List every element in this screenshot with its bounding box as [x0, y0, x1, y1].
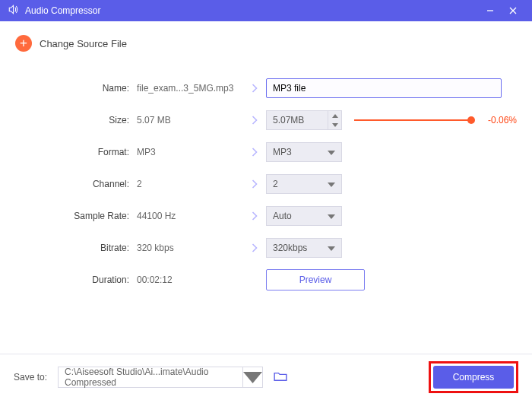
chevron-right-icon [243, 84, 266, 93]
duration-label: Duration: [15, 275, 137, 285]
format-select[interactable]: MP3 [266, 142, 342, 162]
name-value: file_exam...3_5MG.mp3 [137, 83, 243, 94]
row-format: Format: MP3 MP3 [15, 141, 517, 163]
compress-highlight: Compress [429, 361, 518, 393]
row-bitrate: Bitrate: 320 kbps 320kbps [15, 237, 517, 259]
audio-icon [8, 5, 19, 17]
format-value: MP3 [137, 147, 243, 157]
duration-value: 00:02:12 [137, 275, 243, 285]
chevron-down-icon [328, 147, 335, 157]
stepper-up-icon[interactable] [328, 111, 341, 120]
save-path-value: C:\Aiseesoft Studio\Ai...imate\Audio Com… [65, 367, 256, 388]
bitrate-select[interactable]: 320kbps [266, 238, 342, 258]
saveto-label: Save to: [14, 372, 58, 383]
footer: Save to: C:\Aiseesoft Studio\Ai...imate\… [0, 354, 532, 400]
chevron-right-icon [243, 211, 266, 221]
size-slider[interactable] [354, 119, 471, 122]
plus-icon: + [15, 35, 32, 52]
row-duration: Duration: 00:02:12 Preview [15, 269, 517, 290]
preview-button[interactable]: Preview [266, 269, 365, 290]
save-path-select[interactable]: C:\Aiseesoft Studio\Ai...imate\Audio Com… [58, 367, 263, 388]
titlebar: Audio Compressor [0, 0, 532, 21]
change-source-label: Change Source File [40, 38, 127, 49]
size-delta: -0.06% [479, 115, 517, 125]
chevron-right-icon [243, 148, 266, 157]
chevron-down-icon [328, 179, 335, 189]
stepper-down-icon[interactable] [328, 120, 341, 129]
chevron-right-icon [243, 243, 266, 252]
samplerate-label: Sample Rate: [15, 211, 137, 221]
channel-value: 2 [137, 179, 243, 189]
bitrate-value: 320 kbps [137, 243, 243, 253]
compress-button[interactable]: Compress [433, 366, 514, 389]
name-label: Name: [15, 83, 137, 94]
row-channel: Channel: 2 2 [15, 173, 517, 195]
name-input[interactable] [266, 78, 502, 98]
row-size: Size: 5.07 MB 5.07MB -0.06% [15, 110, 517, 131]
close-button[interactable] [502, 0, 524, 21]
main-panel: + Change Source File Name: file_exam...3… [0, 21, 532, 354]
size-value: 5.07 MB [137, 115, 243, 125]
chevron-down-icon [328, 243, 335, 253]
row-samplerate: Sample Rate: 44100 Hz Auto [15, 205, 517, 227]
slider-thumb[interactable] [467, 116, 475, 124]
channel-select[interactable]: 2 [266, 174, 342, 194]
minimize-button[interactable] [479, 0, 502, 21]
change-source-row[interactable]: + Change Source File [15, 35, 517, 52]
samplerate-value: 44100 Hz [137, 211, 243, 221]
chevron-down-icon [242, 367, 262, 387]
size-label: Size: [15, 115, 137, 125]
chevron-down-icon [328, 211, 335, 221]
channel-label: Channel: [15, 179, 137, 189]
chevron-right-icon [243, 179, 266, 189]
window-title: Audio Compressor [25, 5, 100, 16]
samplerate-select[interactable]: Auto [266, 206, 342, 226]
format-label: Format: [15, 147, 137, 157]
size-stepper[interactable]: 5.07MB [266, 110, 342, 130]
chevron-right-icon [243, 116, 266, 125]
row-name: Name: file_exam...3_5MG.mp3 [15, 78, 517, 99]
open-folder-button[interactable] [274, 371, 287, 384]
size-stepper-value: 5.07MB [267, 115, 328, 125]
bitrate-label: Bitrate: [15, 243, 137, 253]
